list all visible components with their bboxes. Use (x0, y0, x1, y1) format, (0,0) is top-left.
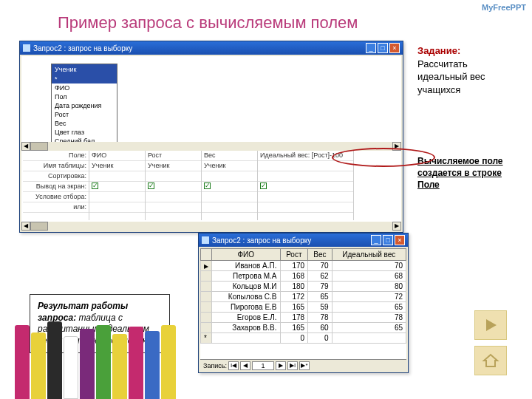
table-cell[interactable]: Ученик (146, 161, 201, 171)
cell[interactable] (212, 333, 281, 344)
source-table[interactable]: Ученик * ФИО Пол Дата рождения Рост Вес … (51, 64, 117, 146)
cell[interactable]: Егоров Е.Л. (212, 313, 281, 323)
row-selector[interactable]: * (201, 333, 212, 344)
row-selector[interactable] (201, 282, 212, 292)
cell[interactable]: 165 (280, 302, 308, 313)
checkbox-icon[interactable] (204, 183, 211, 189)
cell[interactable]: 79 (308, 282, 332, 292)
cell[interactable]: 65 (332, 323, 406, 333)
cell[interactable]: Захаров В.В. (212, 323, 281, 333)
close-button[interactable]: × (389, 43, 400, 53)
scroll-left-icon[interactable]: ◀ (21, 222, 30, 231)
row-selector[interactable] (201, 271, 212, 282)
col-header[interactable]: Вес (308, 249, 332, 261)
cell[interactable]: 68 (332, 271, 406, 282)
col-header[interactable]: Рост (280, 249, 308, 261)
home-button[interactable] (474, 346, 507, 375)
cell[interactable]: 172 (280, 292, 308, 302)
cell[interactable]: 80 (332, 282, 406, 292)
minimize-button[interactable]: _ (366, 43, 376, 53)
cell[interactable]: 78 (308, 313, 332, 323)
field-item[interactable]: ФИО (52, 83, 117, 92)
cell[interactable]: 180 (280, 282, 308, 292)
field-item[interactable]: Пол (52, 92, 117, 101)
cell[interactable]: 59 (308, 302, 332, 313)
maximize-button[interactable]: □ (383, 235, 393, 245)
cell[interactable]: 178 (280, 313, 308, 323)
grid-column[interactable]: Рост Ученик (146, 151, 202, 220)
upper-scrollbar[interactable]: ◀ ▶ (21, 142, 401, 151)
scroll-right-icon[interactable]: ▶ (392, 142, 401, 151)
grid-column-computed[interactable]: Идеальный вес: [Рост]-100 (258, 151, 354, 220)
table-row[interactable]: Кольцов М.И1807980 (201, 282, 406, 292)
new-row[interactable]: *00 (201, 333, 406, 344)
table-row[interactable]: Иванов А.П.1707070 (201, 261, 406, 271)
field-cell[interactable]: Рост (146, 151, 201, 161)
sort-cell[interactable] (89, 171, 145, 182)
table-row[interactable]: Захаров В.В.1656065 (201, 323, 406, 333)
col-header[interactable]: Идеальный вес (332, 249, 406, 261)
table-row[interactable]: Петрова М.А1686268 (201, 271, 406, 282)
field-cell[interactable]: Идеальный вес: [Рост]-100 (258, 151, 353, 161)
cell[interactable]: 70 (308, 261, 332, 271)
field-item[interactable]: Рост (52, 110, 117, 119)
cell[interactable]: 65 (332, 302, 406, 313)
maximize-button[interactable]: □ (378, 43, 388, 53)
cell[interactable]: 0 (280, 333, 308, 344)
row-selector[interactable] (201, 261, 212, 271)
checkbox-icon[interactable] (92, 183, 98, 189)
nav-next-icon[interactable]: ▶ (276, 361, 286, 370)
grid-column[interactable]: ФИО Ученик (89, 151, 146, 220)
lower-scrollbar[interactable]: ◀ ▶ (21, 222, 401, 231)
grid-column[interactable]: Вес Ученик (202, 151, 258, 220)
cell[interactable]: Петрова М.А (212, 271, 281, 282)
result-table[interactable]: ФИО Рост Вес Идеальный вес Иванов А.П.17… (200, 248, 406, 344)
table-row[interactable]: Пирогова Е.В1655965 (201, 302, 406, 313)
cell[interactable]: Пирогова Е.В (212, 302, 281, 313)
col-header[interactable]: ФИО (212, 249, 281, 261)
row-selector[interactable] (201, 302, 212, 313)
show-cell[interactable] (89, 182, 145, 192)
titlebar[interactable]: Запрос2 : запрос на выборку _ □ × (199, 233, 408, 247)
cell[interactable]: 170 (280, 261, 308, 271)
nav-position[interactable]: 1 (252, 361, 274, 370)
cell[interactable]: Кольцов М.И (212, 282, 281, 292)
row-selector[interactable] (201, 313, 212, 323)
field-cell[interactable]: Вес (202, 151, 257, 161)
table-row[interactable]: Егоров Е.Л.1787878 (201, 313, 406, 323)
cell[interactable]: Иванов А.П. (212, 261, 281, 271)
scroll-thumb[interactable] (30, 222, 48, 231)
field-item[interactable]: Вес (52, 119, 117, 128)
table-cell[interactable]: Ученик (202, 161, 257, 171)
qbe-grid[interactable]: Поле: Имя таблицы: Сортировка: Вывод на … (23, 151, 400, 220)
field-item[interactable]: Цвет глаз (52, 128, 117, 137)
next-slide-button[interactable] (474, 310, 507, 340)
minimize-button[interactable]: _ (371, 235, 381, 245)
cell[interactable]: Копылова С.В (212, 292, 281, 302)
checkbox-icon[interactable] (148, 183, 154, 189)
scroll-right-icon[interactable]: ▶ (392, 222, 401, 231)
scroll-thumb[interactable] (30, 142, 48, 151)
table-row[interactable]: Копылова С.В1726572 (201, 292, 406, 302)
table-cell[interactable]: Ученик (89, 161, 145, 171)
close-button[interactable]: × (395, 235, 405, 245)
cell[interactable]: 168 (280, 271, 308, 282)
cell[interactable]: 70 (332, 261, 406, 271)
nav-prev-icon[interactable]: ◀ (240, 361, 250, 370)
cell[interactable]: 65 (308, 292, 332, 302)
nav-new-icon[interactable]: ▶* (299, 361, 310, 370)
cell[interactable] (332, 333, 406, 344)
cell[interactable]: 60 (308, 323, 332, 333)
field-item[interactable]: * (52, 75, 117, 83)
cell[interactable]: 165 (280, 323, 308, 333)
titlebar[interactable]: Запрос2 : запрос на выборку _ □ × (20, 41, 403, 55)
row-selector[interactable] (201, 292, 212, 302)
cell[interactable]: 62 (308, 271, 332, 282)
table-cell[interactable] (258, 161, 353, 171)
row-selector[interactable] (201, 323, 212, 333)
checkbox-icon[interactable] (260, 183, 267, 189)
field-item[interactable]: Дата рождения (52, 101, 117, 110)
cell[interactable]: 72 (332, 292, 406, 302)
record-navigator[interactable]: Запись: I◀ ◀ 1 ▶ ▶I ▶* (200, 359, 406, 371)
nav-last-icon[interactable]: ▶I (287, 361, 298, 370)
